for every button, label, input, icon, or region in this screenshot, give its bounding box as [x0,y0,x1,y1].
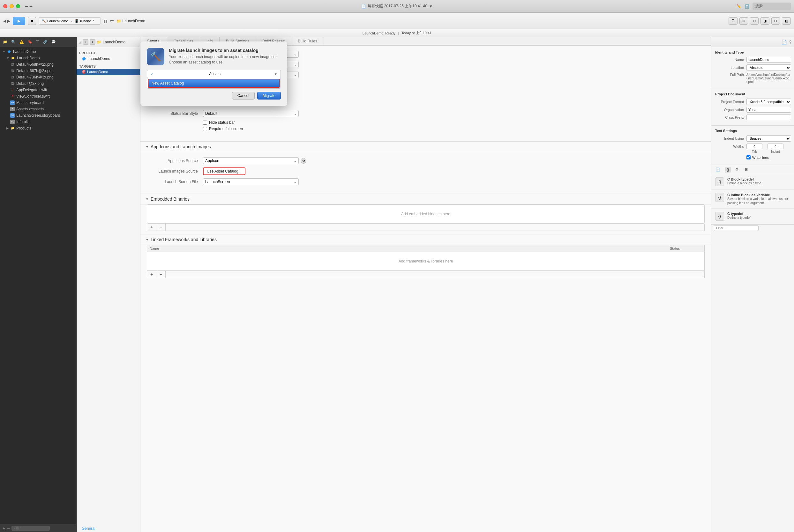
sidebar-file-label: AppDelegate.swift [16,88,47,92]
add-framework-btn[interactable]: + [147,271,156,278]
app-icons-select[interactable]: AppIcon [203,157,299,164]
view-toggle-1[interactable]: ☰ [728,17,738,24]
arrow-icon: ▶ [6,127,8,130]
organization-input[interactable] [746,107,791,113]
section-embedded[interactable]: ▼ Embedded Binaries [141,194,711,205]
sidebar-item-appdelegate[interactable]: S AppDelegate.swift [0,87,76,93]
tab-build-rules[interactable]: Build Rules [291,37,324,45]
status-bar-select[interactable]: Default [203,110,299,117]
indent-width-input[interactable] [768,144,783,149]
nav-right-icon[interactable]: ▶ [7,19,10,23]
nav-back-btn[interactable]: ‹ [83,39,88,45]
pen-icon[interactable]: ✏️ [737,4,741,8]
sidebar-item-launchscreen[interactable]: SB LaunchScreen.storyboard [0,112,76,119]
general-tab[interactable]: General [77,525,140,532]
sidebar-toggle-icon[interactable]: ▥ [104,19,108,24]
undo-icon[interactable]: ⬅ [25,4,28,8]
wrap-lines-checkbox[interactable] [746,155,751,159]
sidebar-item-png4[interactable]: 🖼 Default@2x.png [0,80,76,87]
content-area: General Capabilities Info Build Settings… [141,37,711,532]
full-path-label: Full Path [715,73,744,77]
scheme-selector[interactable]: 🔨 LaunchDemo › 📱 iPhone 7 [39,17,101,24]
section-app-icons[interactable]: ▼ App Icons and Launch Images [141,141,711,152]
project-format-wrapper: Xcode 3.2-compatible [746,98,791,105]
search-icon[interactable]: 🔍 [10,39,17,45]
remove-framework-btn[interactable]: − [156,271,166,278]
filter-bar: + − [0,524,76,532]
nav-forward-btn[interactable]: › [90,39,95,45]
migrate-button[interactable]: Migrate [257,92,281,99]
close-button[interactable] [3,4,7,8]
grid-icon[interactable]: ⊞ [78,40,82,44]
name-input[interactable] [746,57,791,62]
help-icon[interactable]: ? [789,40,791,45]
version-editor-btn[interactable]: ⊡ [750,17,759,24]
file-panel-btn[interactable]: 📄 [714,167,722,173]
file-inspector-icon[interactable]: 📄 [781,40,787,45]
section-linked[interactable]: ▼ Linked Frameworks and Libraries [141,234,711,245]
project-format-select[interactable]: Xcode 3.2-compatible [746,98,791,105]
indent-using-select[interactable]: Spaces [746,135,791,141]
sidebar-item-main-storyboard[interactable]: SB Main.storyboard [0,99,76,106]
list-icon[interactable]: ☰ [35,39,40,45]
section-arrow-icon: ▼ [146,145,149,149]
sidebar-item-launchdemo-folder[interactable]: ▼ 📁 LaunchDemo [0,55,76,61]
use-asset-button[interactable]: Use Asset Catalog... [203,168,245,175]
sidebar-item-assets[interactable]: A Assets.xcassets [0,106,76,112]
launch-images-row: Launch Images Source Use Asset Catalog..… [147,168,705,175]
tab-label: Tab [752,150,757,153]
sidebar-item-png1[interactable]: 🖼 Default-568h@2x.png [0,61,76,68]
nav-left-icon[interactable]: ◀ [3,19,6,23]
app-icons-source-control: AppIcon ⚙ [203,157,705,164]
breadcrumb-project[interactable]: LaunchDemo [123,19,145,23]
gear-button[interactable]: ⚙ [301,158,307,164]
assistant-editor-btn[interactable]: ⊞ [739,17,748,24]
settings-panel-btn[interactable]: ⚙ [733,167,740,173]
location-select[interactable]: Absolute [746,64,791,71]
hide-status-checkbox[interactable] [203,120,207,125]
tab-width-input[interactable] [746,144,762,149]
add-icon[interactable]: + [3,526,5,531]
sidebar-file-label: Default-667h@2x.png [16,69,54,73]
new-asset-catalog-item[interactable]: New Asset Catalog [148,79,280,88]
layout-panel-btn[interactable]: ⊞ [743,167,750,173]
share-icon[interactable]: ⬆️ [744,4,749,8]
sidebar-item-png3[interactable]: 🖼 Default-736h@3x.png [0,74,76,80]
remove-embedded-btn[interactable]: − [156,224,166,231]
link-icon[interactable]: 🔗 [42,39,49,45]
debug-toggle[interactable]: ⊟ [771,17,780,24]
chat-icon[interactable]: 💬 [51,39,57,45]
class-prefix-input[interactable] [746,114,791,120]
add-embedded-btn[interactable]: + [147,224,156,231]
code-panel-btn[interactable]: {} [725,167,731,173]
window-title: 屏幕快照 2017-07-25 上午10.41.40 [368,3,427,9]
cancel-button[interactable]: Cancel [232,92,255,99]
right-filter-input[interactable] [714,226,759,231]
sidebar-item-root[interactable]: ▼ 🔷 LaunchDemo [0,49,76,55]
warning-icon[interactable]: ⚠️ [19,39,25,45]
search-box[interactable]: 搜索 [753,3,791,10]
sidebar-item-viewcontroller[interactable]: S ViewController.swift [0,93,76,99]
title-bar: ⬅ ➡ 📄 屏幕快照 2017-07-25 上午10.41.40 ▼ ✏️ ⬆️… [0,0,794,13]
bookmark-icon[interactable]: 🔖 [27,39,33,45]
sidebar-item-products[interactable]: ▶ 📁 Products [0,125,76,131]
minimize-button[interactable] [10,4,14,8]
inspector-toggle[interactable]: ◧ [782,17,791,24]
redo-icon[interactable]: ➡ [29,4,33,8]
remove-icon[interactable]: − [7,526,10,531]
nav-item-launchdemo-project[interactable]: 🔷 LaunchDemo [77,56,140,62]
nav-arrows-icon[interactable]: ⇄ [110,19,114,24]
sidebar-item-png2[interactable]: 🖼 Default-667h@2x.png [0,68,76,74]
run-button[interactable]: ▶ [13,17,25,25]
navigator-toggle[interactable]: ◨ [760,17,770,24]
title-bar-right: ✏️ ⬆️ 搜索 [737,3,791,10]
stop-button[interactable]: ■ [28,17,36,25]
folder-icon[interactable]: 📁 [2,39,8,45]
fullscreen-checkbox[interactable] [203,127,207,131]
filter-input[interactable] [12,526,50,531]
dropdown-header[interactable]: ✓ Assets ▼ [147,70,281,78]
maximize-button[interactable] [16,4,20,8]
sidebar-item-plist[interactable]: PL Info.plist [0,119,76,125]
launch-screen-select[interactable]: LaunchScreen [203,178,299,185]
nav-target-launchdemo[interactable]: 🎯 LaunchDemo [77,69,140,75]
